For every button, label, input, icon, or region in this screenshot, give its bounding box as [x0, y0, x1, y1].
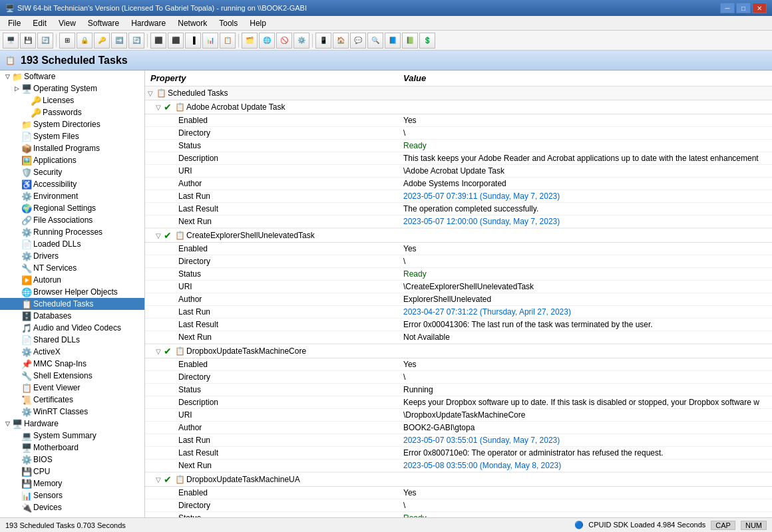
hardware-expand-icon: ▽: [3, 419, 12, 428]
menu-view[interactable]: View: [53, 17, 81, 29]
toolbar-btn-5[interactable]: 🔒: [77, 33, 93, 49]
section-explorer-task[interactable]: ▽ ✔ 📋 CreateExplorerShellUnelevatedTask: [145, 228, 772, 243]
sidebar-item-applications[interactable]: 🖼️ Applications: [0, 154, 144, 166]
sidebar-item-shell-extensions[interactable]: 🔧 Shell Extensions: [0, 370, 144, 382]
toolbar-btn-2[interactable]: 💾: [20, 33, 36, 49]
toolbar-btn-10[interactable]: ⬛: [168, 33, 184, 49]
toolbar-btn-7[interactable]: ➡️: [111, 33, 127, 49]
prop-dropbox-core-author: Author BOOK2-GABI\gtopa: [145, 422, 772, 434]
menu-file[interactable]: File: [3, 17, 26, 29]
sidebar-item-mmc-snapins[interactable]: 📌 MMC Snap-Ins: [0, 358, 144, 370]
toolbar-btn-11[interactable]: ▐: [185, 33, 201, 49]
toolbar-btn-17[interactable]: ⚙️: [293, 33, 309, 49]
prop-value-lastrun-1: 2023-05-07 07:39:11 (Sunday, May 7, 2023…: [398, 190, 772, 202]
toolbar-btn-12[interactable]: 📊: [202, 33, 218, 49]
toolbar-btn-1[interactable]: 🖥️: [3, 33, 19, 49]
sidebar-item-operating-system[interactable]: ▷ 🖥️ Operating System: [0, 82, 144, 94]
sidebar-item-environment[interactable]: ⚙️ Environment: [0, 190, 144, 202]
sidebar-item-loaded-dlls[interactable]: 📄 Loaded DLLs: [0, 238, 144, 250]
shareddlls-icon: 📄: [21, 334, 32, 345]
toolbar-btn-4[interactable]: ⊞: [59, 33, 75, 49]
ntsvcs-icon: 🔧: [21, 263, 32, 273]
sidebar-item-system-files[interactable]: 📄 System Files: [0, 130, 144, 142]
sidebar-item-certificates[interactable]: 📜 Certificates: [0, 394, 144, 406]
section-dropbox-core-task[interactable]: ▽ ✔ 📋 DropboxUpdateTaskMachineCore: [145, 344, 772, 358]
prop-name-lastresult-2: Last Result: [145, 319, 398, 331]
sidebar-item-regional-settings[interactable]: 🌍 Regional Settings: [0, 202, 144, 214]
adobe-task-icon: 📋: [174, 102, 185, 112]
close-button[interactable]: ✕: [752, 3, 767, 13]
menu-edit[interactable]: Edit: [27, 17, 52, 29]
sidebar-item-file-associations[interactable]: 🔗 File Associations: [0, 214, 144, 226]
sidebar-item-databases[interactable]: 🗄️ Databases: [0, 310, 144, 322]
sidebar-item-hardware[interactable]: ▽ 🖥️ Hardware: [0, 418, 144, 430]
sidebar-item-passwords[interactable]: 🔑 Passwords: [0, 106, 144, 118]
sidebar-item-devices[interactable]: 🔌 Devices: [0, 501, 144, 513]
toolbar-btn-24[interactable]: 💲: [419, 33, 435, 49]
toolbar-btn-15[interactable]: 🌐: [259, 33, 275, 49]
sidebar-item-system-summary[interactable]: 💻 System Summary: [0, 430, 144, 442]
runproc-label: Running Processes: [33, 227, 102, 237]
sidebar-item-software[interactable]: ▽ 📁 Software: [0, 70, 144, 82]
sidebar-item-licenses[interactable]: 🔑 Licenses: [0, 94, 144, 106]
sidebar-item-security[interactable]: 🛡️ Security: [0, 166, 144, 178]
toolbar-btn-9[interactable]: ⬛: [150, 33, 166, 49]
sidebar-item-installed-programs[interactable]: 📦 Installed Programs: [0, 142, 144, 154]
prop-dropbox-ua-status: Status Ready: [145, 512, 772, 517]
sidebar-item-drivers[interactable]: ⚙️ Drivers: [0, 250, 144, 262]
toolbar-btn-19[interactable]: 🏠: [333, 33, 349, 49]
sidebar-item-bios[interactable]: ⚙️ BIOS: [0, 454, 144, 466]
prop-adobe-lastresult: Last Result The operation completed succ…: [145, 203, 772, 215]
sidebar-item-accessibility[interactable]: ♿ Accessibility: [0, 178, 144, 190]
sidebar-item-sensors[interactable]: 📊 Sensors: [0, 489, 144, 501]
prop-name-status-1: Status: [145, 140, 398, 152]
shareddlls-label: Shared DLLs: [33, 335, 80, 344]
sidebar-item-cpu[interactable]: 💾 CPU: [0, 466, 144, 477]
sidebar-item-scheduled-tasks[interactable]: 📋 Scheduled Tasks: [0, 298, 144, 310]
content-scroll[interactable]: ▽ 📋 Scheduled Tasks ▽ ✔ 📋 Adobe Acrobat …: [145, 86, 772, 517]
toolbar-btn-3[interactable]: 🔄: [37, 33, 53, 49]
sidebar-item-autorun[interactable]: ▶️ Autorun: [0, 274, 144, 286]
prop-dropbox-core-desc: Description Keeps your Dropbox software …: [145, 396, 772, 409]
toolbar-btn-21[interactable]: 🔍: [367, 33, 383, 49]
cpu-icon: 💾: [21, 466, 32, 477]
toolbar-btn-16[interactable]: 🚫: [276, 33, 292, 49]
sidebar-item-memory[interactable]: 💾 Memory: [0, 477, 144, 489]
sidebar-item-shared-dlls[interactable]: 📄 Shared DLLs: [0, 334, 144, 346]
menu-software[interactable]: Software: [83, 17, 124, 29]
toolbar-btn-6[interactable]: 🔑: [94, 33, 110, 49]
maximize-button[interactable]: □: [736, 3, 751, 13]
sidebar-item-nt-services[interactable]: 🔧 NT Services: [0, 262, 144, 274]
toolbar-btn-22[interactable]: 📘: [385, 33, 401, 49]
menu-help[interactable]: Help: [244, 17, 272, 29]
menu-network[interactable]: Network: [172, 17, 212, 29]
toolbar-btn-8[interactable]: 🔄: [128, 33, 144, 49]
prop-adobe-nextrun: Next Run 2023-05-07 12:00:00 (Sunday, Ma…: [145, 215, 772, 228]
menu-tools[interactable]: Tools: [214, 17, 243, 29]
menu-hardware[interactable]: Hardware: [126, 17, 171, 29]
sidebar-item-system-directories[interactable]: 📁 System Directories: [0, 118, 144, 130]
toolbar-btn-18[interactable]: 📱: [315, 33, 331, 49]
sidebar-item-av-codecs[interactable]: 🎵 Audio and Video Codecs: [0, 322, 144, 334]
passwords-label: Passwords: [43, 108, 82, 117]
prop-explorer-uri: URI \CreateExplorerShellUnelevatedTask: [145, 281, 772, 293]
sidebar-item-winrt-classes[interactable]: ⚙️ WinRT Classes: [0, 406, 144, 418]
dropbox-ua-enabled-icon: ✔: [164, 474, 172, 485]
section-dropbox-ua-task[interactable]: ▽ ✔ 📋 DropboxUpdateTaskMachineUA: [145, 472, 772, 487]
sidebar-item-event-viewer[interactable]: 📋 Event Viewer: [0, 382, 144, 394]
toolbar-btn-20[interactable]: 💬: [350, 33, 366, 49]
prop-value-lastrun-3: 2023-05-07 03:55:01 (Sunday, May 7, 2023…: [398, 434, 772, 446]
toolbar-btn-14[interactable]: 🗂️: [242, 33, 258, 49]
section-adobe-task[interactable]: ▽ ✔ 📋 Adobe Acrobat Update Task: [145, 100, 772, 114]
sidebar-item-motherboard[interactable]: 🖥️ Motherboard: [0, 442, 144, 454]
toolbar-btn-13[interactable]: 📋: [220, 33, 236, 49]
toolbar-btn-23[interactable]: 📗: [402, 33, 418, 49]
schtasks-icon: 📋: [21, 299, 32, 309]
sidebar-item-running-processes[interactable]: ⚙️ Running Processes: [0, 226, 144, 238]
dlls-icon: 📄: [21, 239, 32, 249]
minimize-button[interactable]: ─: [720, 3, 735, 13]
sidebar-item-browser-helper[interactable]: 🌐 Browser Helper Objects: [0, 286, 144, 298]
section-scheduled-tasks[interactable]: ▽ 📋 Scheduled Tasks: [145, 86, 772, 100]
sidebar-item-activex[interactable]: ⚙️ ActiveX: [0, 346, 144, 358]
prop-name-status-3: Status: [145, 384, 398, 396]
